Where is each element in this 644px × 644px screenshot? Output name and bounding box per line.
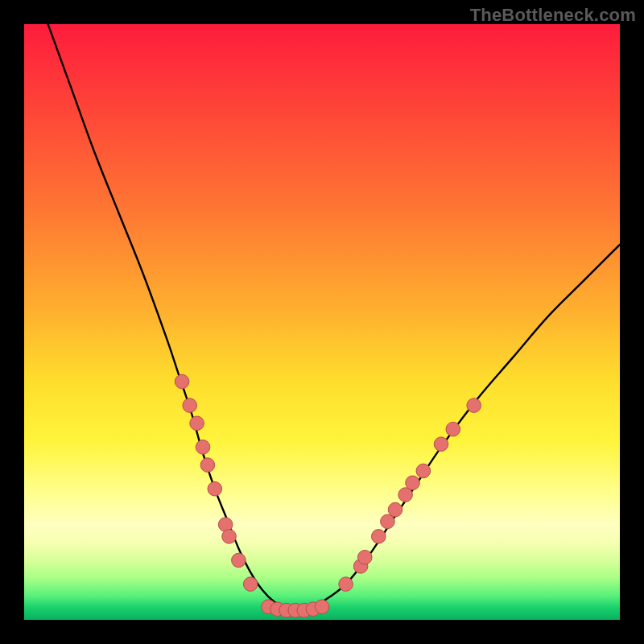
- data-point: [357, 551, 372, 565]
- data-point: [232, 553, 246, 568]
- data-points: [175, 374, 481, 617]
- chart-container: TheBottleneck.com: [0, 0, 644, 644]
- data-point: [200, 458, 215, 473]
- data-point: [243, 577, 258, 592]
- data-point: [381, 514, 395, 529]
- data-point: [196, 440, 210, 455]
- plot-area: [24, 24, 620, 620]
- data-point: [208, 481, 222, 496]
- data-point: [434, 437, 448, 452]
- data-point: [416, 464, 431, 478]
- watermark-text: TheBottleneck.com: [470, 5, 636, 26]
- data-point: [183, 398, 197, 413]
- data-point: [467, 398, 481, 413]
- data-point: [339, 577, 353, 592]
- data-point: [446, 422, 460, 436]
- data-point: [190, 416, 204, 431]
- data-point: [388, 502, 402, 517]
- data-point: [372, 530, 386, 544]
- data-point: [406, 476, 420, 490]
- data-point: [315, 600, 329, 614]
- bottleneck-curve: [48, 24, 620, 609]
- data-point: [175, 374, 189, 389]
- data-point: [222, 530, 237, 544]
- curve-layer: [24, 24, 620, 620]
